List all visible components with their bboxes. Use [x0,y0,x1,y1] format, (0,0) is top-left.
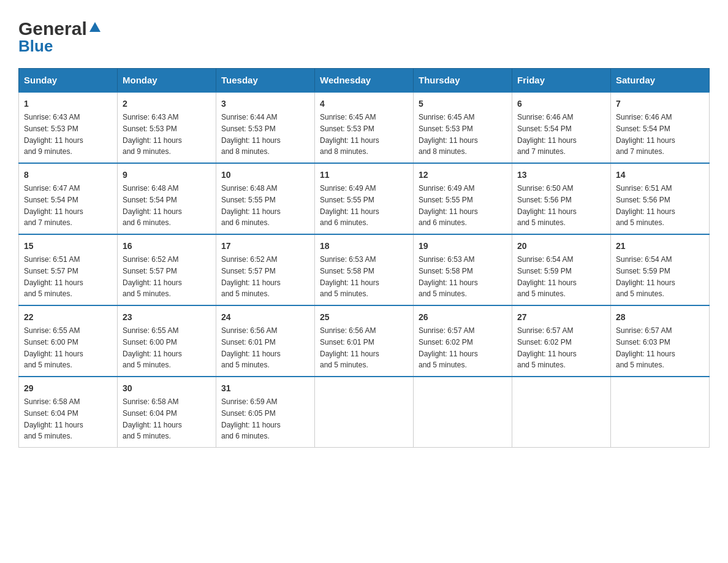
day-info: Sunrise: 6:45 AMSunset: 5:53 PMDaylight:… [320,113,379,156]
day-number: 20 [517,240,605,253]
day-info: Sunrise: 6:58 AMSunset: 6:04 PMDaylight:… [123,397,182,440]
week-row-2: 8 Sunrise: 6:47 AMSunset: 5:54 PMDayligh… [19,163,710,234]
calendar-header-row: SundayMondayTuesdayWednesdayThursdayFrid… [19,69,710,93]
week-row-1: 1 Sunrise: 6:43 AMSunset: 5:53 PMDayligh… [19,92,710,163]
calendar-cell: 16 Sunrise: 6:52 AMSunset: 5:57 PMDaylig… [118,234,216,305]
calendar-cell: 27 Sunrise: 6:57 AMSunset: 6:02 PMDaylig… [512,305,611,377]
day-number: 15 [24,240,112,253]
logo-blue: Blue [18,37,53,56]
day-number: 31 [221,382,309,395]
day-number: 12 [419,169,507,182]
day-number: 4 [320,98,408,110]
calendar-cell [611,377,710,448]
day-info: Sunrise: 6:53 AMSunset: 5:58 PMDaylight:… [419,255,478,298]
day-number: 8 [24,169,112,182]
day-number: 27 [517,311,605,324]
calendar-cell: 19 Sunrise: 6:53 AMSunset: 5:58 PMDaylig… [414,234,512,305]
day-info: Sunrise: 6:58 AMSunset: 6:04 PMDaylight:… [24,397,83,440]
header-day-wednesday: Wednesday [315,69,414,93]
calendar-cell: 9 Sunrise: 6:48 AMSunset: 5:54 PMDayligh… [118,163,216,234]
day-info: Sunrise: 6:47 AMSunset: 5:54 PMDaylight:… [24,184,83,227]
calendar-cell: 26 Sunrise: 6:57 AMSunset: 6:02 PMDaylig… [414,305,512,377]
calendar-cell: 17 Sunrise: 6:52 AMSunset: 5:57 PMDaylig… [216,234,315,305]
day-info: Sunrise: 6:55 AMSunset: 6:00 PMDaylight:… [24,326,83,369]
day-info: Sunrise: 6:49 AMSunset: 5:55 PMDaylight:… [419,184,478,227]
day-number: 7 [616,98,704,110]
day-number: 17 [221,240,309,253]
day-info: Sunrise: 6:55 AMSunset: 6:00 PMDaylight:… [123,326,182,369]
calendar-cell: 13 Sunrise: 6:50 AMSunset: 5:56 PMDaylig… [512,163,611,234]
calendar-cell: 25 Sunrise: 6:56 AMSunset: 6:01 PMDaylig… [315,305,414,377]
week-row-3: 15 Sunrise: 6:51 AMSunset: 5:57 PMDaylig… [19,234,710,305]
header-day-tuesday: Tuesday [216,69,315,93]
day-number: 10 [221,169,309,182]
header-day-monday: Monday [118,69,216,93]
calendar-cell [315,377,414,448]
calendar-cell: 5 Sunrise: 6:45 AMSunset: 5:53 PMDayligh… [414,92,512,163]
header-day-sunday: Sunday [19,69,118,93]
day-info: Sunrise: 6:51 AMSunset: 5:56 PMDaylight:… [616,184,675,227]
day-info: Sunrise: 6:57 AMSunset: 6:02 PMDaylight:… [517,326,577,369]
day-info: Sunrise: 6:48 AMSunset: 5:54 PMDaylight:… [123,184,182,227]
day-number: 23 [123,311,211,324]
day-info: Sunrise: 6:43 AMSunset: 5:53 PMDaylight:… [24,113,83,156]
day-info: Sunrise: 6:54 AMSunset: 5:59 PMDaylight:… [616,255,675,298]
calendar-cell: 20 Sunrise: 6:54 AMSunset: 5:59 PMDaylig… [512,234,611,305]
day-info: Sunrise: 6:57 AMSunset: 6:03 PMDaylight:… [616,326,675,369]
svg-marker-0 [89,22,100,32]
day-number: 3 [221,98,309,110]
calendar-table: SundayMondayTuesdayWednesdayThursdayFrid… [18,68,710,448]
day-info: Sunrise: 6:50 AMSunset: 5:56 PMDaylight:… [517,184,577,227]
day-number: 30 [123,382,211,395]
calendar-cell: 28 Sunrise: 6:57 AMSunset: 6:03 PMDaylig… [611,305,710,377]
day-info: Sunrise: 6:45 AMSunset: 5:53 PMDaylight:… [419,113,478,156]
day-info: Sunrise: 6:56 AMSunset: 6:01 PMDaylight:… [221,326,281,369]
day-number: 19 [419,240,507,253]
calendar-cell: 12 Sunrise: 6:49 AMSunset: 5:55 PMDaylig… [414,163,512,234]
day-info: Sunrise: 6:51 AMSunset: 5:57 PMDaylight:… [24,255,83,298]
calendar-cell: 14 Sunrise: 6:51 AMSunset: 5:56 PMDaylig… [611,163,710,234]
day-number: 2 [123,98,211,110]
day-info: Sunrise: 6:49 AMSunset: 5:55 PMDaylight:… [320,184,379,227]
day-number: 21 [616,240,704,253]
calendar-cell: 21 Sunrise: 6:54 AMSunset: 5:59 PMDaylig… [611,234,710,305]
calendar-cell: 1 Sunrise: 6:43 AMSunset: 5:53 PMDayligh… [19,92,118,163]
calendar-cell: 23 Sunrise: 6:55 AMSunset: 6:00 PMDaylig… [118,305,216,377]
calendar-cell [414,377,512,448]
day-number: 29 [24,382,112,395]
calendar-cell: 15 Sunrise: 6:51 AMSunset: 5:57 PMDaylig… [19,234,118,305]
header-day-saturday: Saturday [611,69,710,93]
logo-icon [88,21,102,34]
calendar-cell: 24 Sunrise: 6:56 AMSunset: 6:01 PMDaylig… [216,305,315,377]
calendar-cell: 18 Sunrise: 6:53 AMSunset: 5:58 PMDaylig… [315,234,414,305]
day-info: Sunrise: 6:46 AMSunset: 5:54 PMDaylight:… [517,113,577,156]
day-info: Sunrise: 6:52 AMSunset: 5:57 PMDaylight:… [221,255,281,298]
day-number: 16 [123,240,211,253]
calendar-cell: 10 Sunrise: 6:48 AMSunset: 5:55 PMDaylig… [216,163,315,234]
day-number: 22 [24,311,112,324]
calendar-cell: 22 Sunrise: 6:55 AMSunset: 6:00 PMDaylig… [19,305,118,377]
day-info: Sunrise: 6:46 AMSunset: 5:54 PMDaylight:… [616,113,675,156]
calendar-cell: 29 Sunrise: 6:58 AMSunset: 6:04 PMDaylig… [19,377,118,448]
day-info: Sunrise: 6:57 AMSunset: 6:02 PMDaylight:… [419,326,478,369]
calendar-cell: 6 Sunrise: 6:46 AMSunset: 5:54 PMDayligh… [512,92,611,163]
day-number: 9 [123,169,211,182]
day-number: 1 [24,98,112,110]
calendar-cell: 31 Sunrise: 6:59 AMSunset: 6:05 PMDaylig… [216,377,315,448]
day-info: Sunrise: 6:52 AMSunset: 5:57 PMDaylight:… [123,255,182,298]
day-number: 5 [419,98,507,110]
day-number: 26 [419,311,507,324]
day-info: Sunrise: 6:56 AMSunset: 6:01 PMDaylight:… [320,326,379,369]
calendar-cell: 8 Sunrise: 6:47 AMSunset: 5:54 PMDayligh… [19,163,118,234]
day-number: 24 [221,311,309,324]
day-info: Sunrise: 6:54 AMSunset: 5:59 PMDaylight:… [517,255,577,298]
calendar-cell: 4 Sunrise: 6:45 AMSunset: 5:53 PMDayligh… [315,92,414,163]
calendar-cell: 30 Sunrise: 6:58 AMSunset: 6:04 PMDaylig… [118,377,216,448]
logo-general: General [18,18,87,39]
day-number: 11 [320,169,408,182]
day-number: 6 [517,98,605,110]
day-info: Sunrise: 6:43 AMSunset: 5:53 PMDaylight:… [123,113,182,156]
calendar-cell: 2 Sunrise: 6:43 AMSunset: 5:53 PMDayligh… [118,92,216,163]
day-info: Sunrise: 6:59 AMSunset: 6:05 PMDaylight:… [221,397,281,440]
day-info: Sunrise: 6:53 AMSunset: 5:58 PMDaylight:… [320,255,379,298]
